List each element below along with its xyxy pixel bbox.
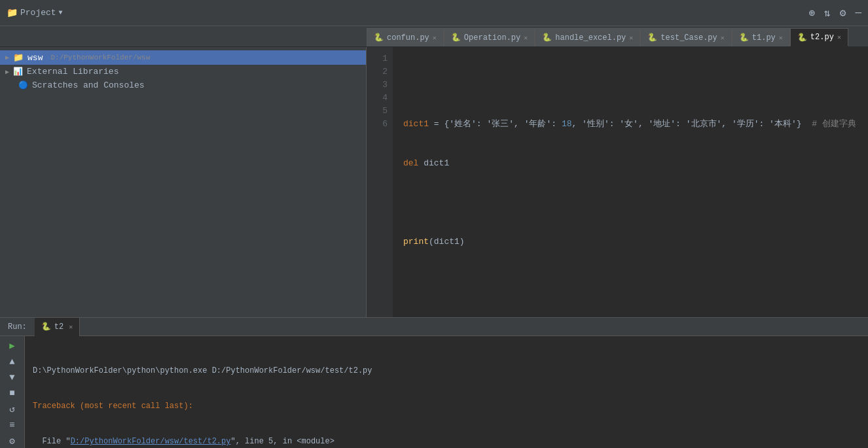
editor[interactable]: 1 2 3 4 5 6 dict1 = {'姓名': '张三', '年龄': 1… [367,47,868,317]
tab-t1-icon: 🐍 [739,33,749,43]
tab-operation[interactable]: 🐍 Operation.py ✕ [444,28,535,46]
sidebar-item-wsw[interactable]: ▶ 📁 wsw D:/PythonWorkFolder/wsw [0,50,366,65]
console-output: D:\PythonWorkFolder\python\python.exe D:… [25,336,868,448]
line-numbers: 1 2 3 4 5 6 [367,47,393,317]
run-text: Run: [8,322,27,332]
tab-operation-close[interactable]: ✕ [524,34,528,42]
tab-handle-excel-icon: 🐍 [542,33,552,43]
code-line-5: print(dict1) [403,235,858,249]
scratch-icon: 🔵 [18,80,28,90]
tab-test-case-close[interactable]: ✕ [721,34,725,42]
tab-confun-icon: 🐍 [374,33,384,43]
tab-test-case-icon: 🐍 [647,33,657,43]
editor-inner: 1 2 3 4 5 6 dict1 = {'姓名': '张三', '年龄': 1… [367,47,868,317]
project-section[interactable]: 📁 Project ▼ [7,7,63,18]
tab-t2-close[interactable]: ✕ [837,33,841,41]
tab-operation-label: Operation.py [464,33,520,43]
split-icon[interactable]: ⇅ [824,7,831,20]
tab-confun[interactable]: 🐍 confun.py ✕ [367,28,444,46]
tab-handle-excel-label: handle_excel.py [555,33,626,43]
settings-icon[interactable]: ⚙ [840,7,846,20]
line-num-6: 6 [367,118,388,131]
tab-test-case[interactable]: 🐍 test_Case.py ✕ [640,28,731,46]
run-label: Run: [0,322,35,332]
wsw-folder-icon: 📁 [13,52,24,63]
wsw-path: D:/PythonWorkFolder/wsw [50,54,150,61]
bottom-panel: Run: 🐍 t2 ✕ ▶ ▲ ▼ ■ ↺ ≡ ⚙ 🖨 D:\PythonWor… [0,317,868,448]
line-num-1: 1 [367,52,388,65]
tab-t1[interactable]: 🐍 t1.py ✕ [732,28,790,46]
console-path-line: D:\PythonWorkFolder\python\python.exe D:… [33,365,860,377]
wsw-label: wsw [27,53,43,63]
code-line-1 [403,78,858,92]
code-line-4 [403,196,858,209]
line-num-3: 3 [367,78,388,92]
project-label-text: Project [20,8,56,18]
line-num-4: 4 [367,92,388,105]
scroll-down-button[interactable]: ▼ [5,372,20,383]
project-caret-icon: ▼ [59,9,63,16]
scroll-up-button[interactable]: ▲ [5,356,20,367]
tab-t1-close[interactable]: ✕ [779,34,783,42]
console-file-line: File "D:/PythonWorkFolder/wsw/test/t2.py… [33,436,860,447]
tab-t2-icon: 🐍 [797,33,807,43]
scratch-label: Scratches and Consoles [32,80,145,90]
run-button[interactable]: ▶ [5,340,20,351]
run-tab-label: t2 [54,322,63,332]
console-sidebar: ▶ ▲ ▼ ■ ↺ ≡ ⚙ 🖨 [0,336,25,448]
format-button[interactable]: ≡ [5,420,20,430]
code-line-2: dict1 = {'姓名': '张三', '年龄': 18, '性别': '女'… [403,118,858,131]
top-bar-actions: ⊕ ⇅ ⚙ — [808,7,861,20]
minimize-icon[interactable]: — [855,7,861,19]
line-num-5: 5 [367,105,388,118]
main-content: ▶ 📁 wsw D:/PythonWorkFolder/wsw ▶ 📊 Exte… [0,47,868,317]
bottom-body: ▶ ▲ ▼ ■ ↺ ≡ ⚙ 🖨 D:\PythonWorkFolder\pyth… [0,336,868,448]
settings-bottom-button[interactable]: ⚙ [5,436,20,447]
bottom-tabs: Run: 🐍 t2 ✕ [0,318,868,336]
project-folder-icon: 📁 [7,7,18,18]
tab-operation-icon: 🐍 [451,33,461,43]
tab-t2[interactable]: 🐍 t2.py ✕ [790,28,848,46]
tabs-bar: 🐍 confun.py ✕ 🐍 Operation.py ✕ 🐍 handle_… [0,26,868,47]
tab-confun-label: confun.py [387,33,429,43]
run-tab-t2[interactable]: 🐍 t2 ✕ [35,318,80,336]
tab-test-case-label: test_Case.py [660,33,717,43]
code-line-6 [403,275,858,288]
line-num-2: 2 [367,65,388,78]
sidebar: ▶ 📁 wsw D:/PythonWorkFolder/wsw ▶ 📊 Exte… [0,47,367,317]
code-line-3: del dict1 [403,157,858,170]
stop-button[interactable]: ■ [5,388,20,398]
wsw-caret: ▶ [5,54,9,61]
code-area[interactable]: dict1 = {'姓名': '张三', '年龄': 18, '性别': '女'… [393,47,868,317]
ext-lib-caret: ▶ [5,68,9,76]
ext-lib-icon: 📊 [13,67,23,77]
tab-handle-excel-close[interactable]: ✕ [629,34,633,42]
sidebar-item-external-libraries[interactable]: ▶ 📊 External Libraries [0,65,366,78]
tab-handle-excel[interactable]: 🐍 handle_excel.py ✕ [535,28,640,46]
sidebar-item-scratches[interactable]: 🔵 Scratches and Consoles [0,78,366,92]
tab-t2-label: t2.py [810,33,834,42]
run-tab-icon: 🐍 [41,322,51,332]
tab-confun-close[interactable]: ✕ [433,34,437,42]
run-tab-close[interactable]: ✕ [69,323,73,331]
console-traceback: Traceback (most recent call last): [33,400,860,412]
top-bar: 📁 Project ▼ ⊕ ⇅ ⚙ — [0,0,868,26]
rerun-button[interactable]: ↺ [5,404,20,415]
tab-t1-label: t1.py [752,33,776,43]
ext-lib-label: External Libraries [27,67,118,77]
layout-icon[interactable]: ⊕ [808,7,815,20]
